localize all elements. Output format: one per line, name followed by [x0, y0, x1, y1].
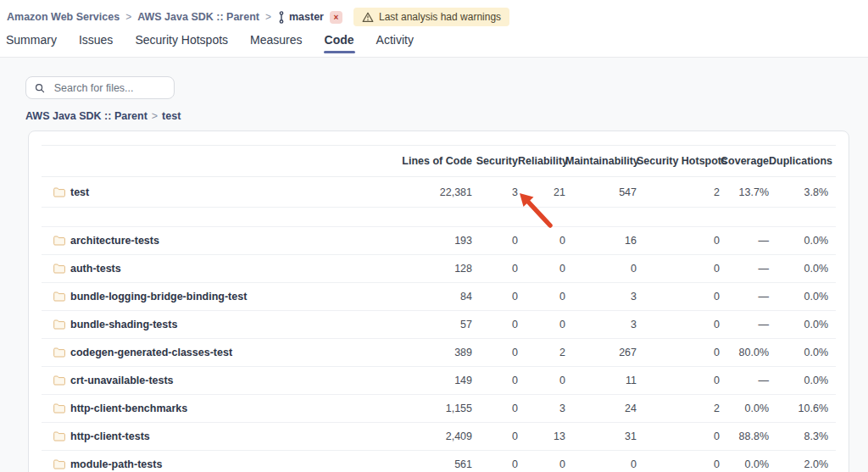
- tab-code[interactable]: Code: [323, 28, 356, 58]
- branch-icon: [277, 11, 286, 24]
- security-hotspots-value: 0: [637, 283, 720, 311]
- folder-icon: [53, 236, 65, 246]
- security-hotspots-value: 0: [637, 311, 720, 339]
- tab-measures[interactable]: Measures: [248, 28, 303, 58]
- duplications-value: 0.0%: [769, 227, 836, 255]
- security-hotspots-value: 0: [637, 255, 720, 283]
- table-row[interactable]: bundle-shading-tests 57 0 0 3 0 — 0.0%: [42, 311, 836, 339]
- security-value: 0: [472, 339, 518, 367]
- security-value: 0: [472, 451, 518, 472]
- path-parent[interactable]: AWS Java SDK :: Parent: [25, 110, 147, 122]
- reliability-value: 2: [518, 339, 565, 367]
- security-value: 0: [472, 283, 518, 311]
- maintainability-value: 547: [565, 177, 637, 208]
- lines-of-code-value: 193: [379, 227, 472, 255]
- column-header: Reliability: [518, 146, 565, 177]
- spacer-row: [42, 208, 836, 227]
- security-hotspots-value: 2: [637, 177, 720, 208]
- table-row[interactable]: http-client-benchmarks 1,155 0 3 24 2 0.…: [42, 395, 836, 423]
- table-row[interactable]: architecture-tests 193 0 0 16 0 — 0.0%: [42, 227, 836, 255]
- folder-icon: [53, 292, 65, 302]
- column-header: Security: [472, 146, 518, 177]
- reliability-value: 0: [518, 283, 565, 311]
- code-table: Lines of CodeSecurityReliabilityMaintain…: [42, 145, 836, 472]
- security-value: 0: [472, 367, 518, 395]
- tab-summary[interactable]: Summary: [4, 28, 58, 58]
- duplications-value: 2.0%: [769, 451, 836, 472]
- duplications-value: 10.6%: [769, 395, 836, 423]
- table-row[interactable]: auth-tests 128 0 0 0 0 — 0.0%: [42, 255, 836, 283]
- folder-icon: [53, 431, 65, 441]
- table-body: test 22,381 3 21 547 2 13.7% 3.8% archit…: [42, 177, 836, 472]
- column-header: Maintainability: [565, 146, 637, 177]
- maintainability-value: 11: [565, 367, 637, 395]
- maintainability-value: 0: [565, 451, 637, 472]
- tab-activity[interactable]: Activity: [375, 28, 415, 58]
- duplications-value: 8.3%: [769, 423, 836, 451]
- file-name: http-client-tests: [70, 430, 150, 442]
- table-row[interactable]: test 22,381 3 21 547 2 13.7% 3.8%: [42, 177, 836, 208]
- duplications-value: 0.0%: [769, 283, 836, 311]
- lines-of-code-value: 1,155: [379, 395, 472, 423]
- topbar: Amazon Web Services > AWS Java SDK :: Pa…: [0, 0, 868, 58]
- tabs: Summary Issues Security Hotspots Measure…: [0, 28, 868, 58]
- maintainability-value: 3: [565, 283, 637, 311]
- folder-icon: [53, 459, 65, 469]
- column-header: Security Hotspots: [637, 146, 720, 177]
- folder-icon: [53, 375, 65, 386]
- search-icon: [35, 82, 45, 94]
- name-column-header: [42, 146, 379, 177]
- file-name: codegen-generated-classes-test: [70, 347, 232, 358]
- reliability-value: 13: [518, 423, 565, 451]
- coverage-value: 0.0%: [720, 395, 769, 423]
- duplications-value: 0.0%: [769, 367, 836, 395]
- file-name: crt-unavailable-tests: [70, 375, 174, 386]
- search-input[interactable]: [53, 81, 165, 95]
- maintainability-value: 16: [565, 227, 637, 255]
- path-separator: >: [152, 110, 158, 122]
- table-row[interactable]: module-path-tests 561 0 0 0 0 0.0% 2.0%: [42, 451, 836, 472]
- security-hotspots-value: 2: [637, 395, 720, 423]
- table-row[interactable]: codegen-generated-classes-test 389 0 2 2…: [42, 339, 836, 367]
- file-name: auth-tests: [70, 263, 121, 275]
- code-table-card: Lines of CodeSecurityReliabilityMaintain…: [28, 130, 849, 472]
- breadcrumb-subproject[interactable]: AWS Java SDK :: Parent: [137, 11, 259, 23]
- security-value: 3: [472, 177, 518, 208]
- warning-text: Last analysis had warnings: [379, 11, 501, 23]
- path-current: test: [162, 110, 181, 122]
- tab-security-hotspots[interactable]: Security Hotspots: [133, 28, 230, 58]
- search-box[interactable]: [25, 76, 175, 99]
- reliability-value: 0: [518, 367, 565, 395]
- maintainability-value: 3: [565, 311, 637, 339]
- table-row[interactable]: http-client-tests 2,409 0 13 31 0 88.8% …: [42, 423, 836, 451]
- coverage-value: 80.0%: [720, 339, 769, 367]
- table-row[interactable]: bundle-logging-bridge-binding-test 84 0 …: [42, 283, 836, 311]
- file-name: test: [70, 186, 89, 198]
- path-breadcrumb: AWS Java SDK :: Parent>test: [25, 110, 868, 122]
- security-hotspots-value: 0: [637, 227, 720, 255]
- coverage-value: —: [720, 227, 769, 255]
- coverage-value: 88.8%: [720, 423, 769, 451]
- breadcrumb-separator: >: [265, 11, 271, 23]
- maintainability-value: 31: [565, 423, 637, 451]
- table-header-row: Lines of CodeSecurityReliabilityMaintain…: [42, 146, 836, 177]
- security-hotspots-value: 0: [637, 367, 720, 395]
- lines-of-code-value: 22,381: [379, 177, 472, 208]
- branch-name: master: [289, 11, 324, 23]
- warning-badge: Last analysis had warnings: [353, 8, 509, 26]
- tab-issues[interactable]: Issues: [77, 28, 114, 58]
- lines-of-code-value: 561: [379, 451, 472, 472]
- file-name: architecture-tests: [70, 235, 159, 247]
- file-name: http-client-benchmarks: [70, 403, 187, 414]
- file-name: bundle-shading-tests: [70, 319, 177, 330]
- lines-of-code-value: 128: [379, 255, 472, 283]
- branch-close-button[interactable]: ×: [330, 11, 342, 24]
- lines-of-code-value: 2,409: [379, 423, 472, 451]
- reliability-value: 0: [518, 255, 565, 283]
- table-row[interactable]: crt-unavailable-tests 149 0 0 11 0 — 0.0…: [42, 367, 836, 395]
- folder-icon: [53, 347, 65, 358]
- lines-of-code-value: 57: [379, 311, 472, 339]
- breadcrumb-project[interactable]: Amazon Web Services: [7, 11, 120, 23]
- column-header: Lines of Code: [379, 146, 472, 177]
- reliability-value: 0: [518, 227, 565, 255]
